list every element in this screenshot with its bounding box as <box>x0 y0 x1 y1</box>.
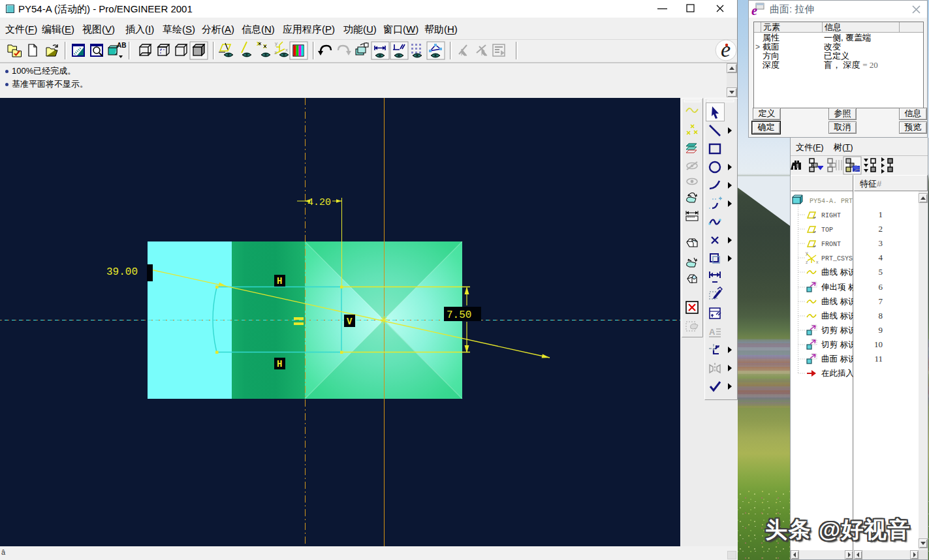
svg-text:曲线 标识: 曲线 标识 <box>821 311 857 320</box>
svg-text:6: 6 <box>879 282 883 292</box>
svg-text:7.50: 7.50 <box>447 309 471 321</box>
svg-text:7: 7 <box>879 296 883 306</box>
svg-text:y: y <box>806 251 808 256</box>
svg-text:z: z <box>806 260 808 264</box>
svg-text:11: 11 <box>874 354 883 364</box>
svg-text:AB: AB <box>117 42 126 49</box>
svg-text:x: x <box>816 260 819 264</box>
svg-text:FRONT: FRONT <box>821 241 841 248</box>
svg-text:RIGHT: RIGHT <box>821 212 841 219</box>
svg-text:H: H <box>277 276 282 287</box>
svg-text:10: 10 <box>874 339 883 349</box>
svg-text:z: z <box>274 50 277 55</box>
svg-text:1: 1 <box>879 210 883 219</box>
svg-text:TOP: TOP <box>821 226 833 234</box>
svg-text:A: A <box>709 327 716 337</box>
svg-text:伸出项 标: 伸出项 标 <box>821 283 857 292</box>
svg-text:在此插入: 在此插入 <box>821 369 855 378</box>
svg-text:曲面 标识: 曲面 标识 <box>821 354 857 364</box>
svg-text:曲线 标识: 曲线 标识 <box>821 297 857 306</box>
svg-text:2: 2 <box>879 224 883 234</box>
svg-text:y: y <box>275 40 277 46</box>
svg-text:39.00: 39.00 <box>106 266 138 278</box>
svg-text:V: V <box>347 317 353 327</box>
svg-text:切剪 标识: 切剪 标识 <box>821 326 857 335</box>
svg-text:e: e <box>721 39 731 61</box>
svg-text:切剪 标识: 切剪 标识 <box>821 340 857 349</box>
svg-text:4: 4 <box>879 253 883 262</box>
svg-text:9: 9 <box>879 325 883 335</box>
svg-text:x: x <box>285 47 288 53</box>
svg-text:8: 8 <box>879 311 883 320</box>
svg-text:5: 5 <box>879 267 883 277</box>
svg-text:PRT_CSYS: PRT_CSYS <box>821 255 853 262</box>
svg-text:PY54-A. PRT: PY54-A. PRT <box>810 198 853 205</box>
svg-text:e: e <box>751 3 757 17</box>
svg-text:H: H <box>277 359 282 369</box>
svg-text:曲线 标识: 曲线 标识 <box>821 268 857 277</box>
svg-text:4.20: 4.20 <box>307 197 331 208</box>
svg-text:3: 3 <box>879 238 883 248</box>
